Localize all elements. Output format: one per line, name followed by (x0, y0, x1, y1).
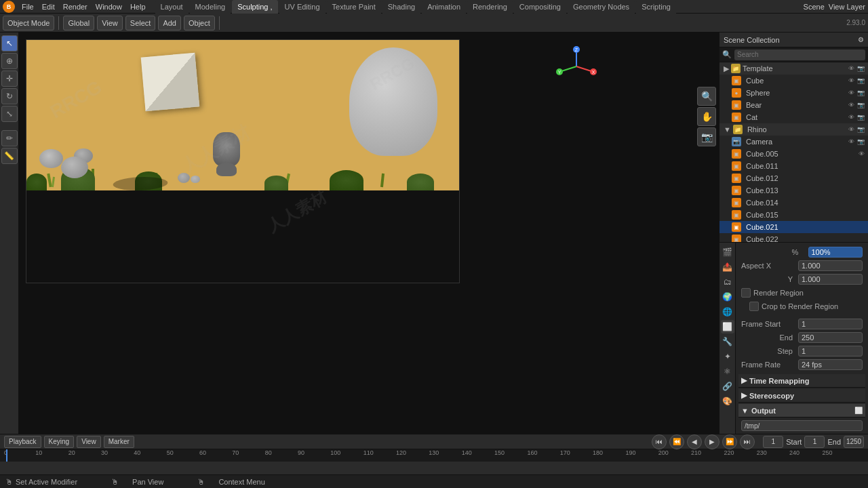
camera-item[interactable]: 📷 Camera 👁 📷 (719, 136, 868, 148)
scene-props-icon[interactable]: 🌍 (721, 290, 734, 304)
next-keyframe-btn[interactable]: ⏩ (722, 434, 737, 449)
tab-scripting[interactable]: Scripting (636, 0, 676, 14)
select-menu-btn[interactable]: Select (125, 16, 156, 30)
prev-keyframe-btn[interactable]: ⏪ (669, 434, 684, 449)
template-collection[interactable]: ▶ 📁 Template 👁 📷 (719, 62, 868, 75)
edit-menu[interactable]: Edit (38, 0, 59, 14)
particles-props-icon[interactable]: ✦ (721, 350, 734, 363)
window-menu[interactable]: Window (92, 0, 126, 14)
cube022-item[interactable]: ▣ Cube.022 (719, 233, 868, 243)
help-menu[interactable]: Help (126, 0, 150, 14)
modifier-props-icon[interactable]: 🔧 (721, 335, 734, 348)
tab-uv-editing[interactable]: UV Editing (279, 0, 326, 14)
global-transform-btn[interactable]: Global (63, 16, 94, 30)
frame-start-value[interactable]: 1 (798, 319, 863, 329)
aspect-x-value[interactable]: 1.000 (798, 260, 863, 271)
rotate-tool[interactable]: ↻ (1, 88, 18, 104)
jump-start-btn[interactable]: ⏮ (652, 434, 667, 449)
bear-item[interactable]: ▣ Bear 👁 📷 (719, 99, 868, 111)
sphere-icon: ● (732, 88, 741, 98)
cat-item[interactable]: ▣ Cat 👁 📷 (719, 111, 868, 123)
marker-menu[interactable]: Marker (104, 436, 134, 448)
tab-layout[interactable]: Layout (155, 0, 189, 14)
rhino-collection[interactable]: ▼ 📁 Rhino 👁 📷 (719, 123, 868, 136)
view-layer-props-icon[interactable]: 🗂 (721, 275, 734, 289)
stereoscopy-section[interactable]: ▶ Stereoscopy (738, 389, 865, 403)
hand-tool-btn[interactable]: ✋ (697, 107, 716, 126)
outliner-filter-icon[interactable]: ⚙ (858, 36, 864, 43)
tab-texture-paint[interactable]: Texture Paint (327, 0, 381, 14)
cube-item[interactable]: ▣ Cube 👁 📷 (719, 75, 868, 87)
big-rock (349, 47, 437, 156)
cube014-item[interactable]: ▣ Cube.014 (719, 197, 868, 209)
cube021-item[interactable]: ▣ Cube.021 (719, 221, 868, 233)
viewport-canvas[interactable]: RRCG 人人素材 RRCG 人人素材 Z (19, 33, 719, 434)
move-tool[interactable]: ✛ (1, 70, 18, 87)
search-tool-btn[interactable]: 🔍 (697, 87, 716, 106)
template-eye[interactable]: 👁 (848, 65, 855, 72)
time-remapping-section[interactable]: ▶ Time Remapping (738, 374, 865, 388)
tab-geometry-nodes[interactable]: Geometry Nodes (568, 0, 635, 14)
timeline-view-menu[interactable]: View (77, 436, 101, 448)
frame-140: 140 (462, 449, 472, 456)
outliner-header: Scene Collection ⚙ (719, 33, 868, 47)
object-props-icon[interactable]: ⬜ (721, 320, 734, 333)
cat-icon: ▣ (732, 113, 741, 122)
jump-end-btn[interactable]: ⏭ (740, 434, 755, 449)
cube005-item[interactable]: ▣ Cube.005 👁 (719, 148, 868, 160)
template-render[interactable]: 📷 (856, 65, 865, 72)
frame-end-value[interactable]: 250 (798, 332, 863, 343)
play-btn[interactable]: ▶ (705, 434, 719, 449)
render-region-checkbox[interactable] (741, 288, 751, 298)
cube012-item[interactable]: ▣ Cube.012 (719, 172, 868, 184)
render-props-icon[interactable]: 🎬 (721, 245, 734, 259)
viewport-gizmo[interactable]: Z X Y (556, 46, 597, 87)
current-frame-input[interactable] (763, 436, 783, 448)
cube011-item[interactable]: ▣ Cube.011 (719, 160, 868, 172)
cursor-tool[interactable]: ⊕ (1, 53, 18, 69)
constraints-props-icon[interactable]: 🔗 (721, 380, 734, 393)
output-section[interactable]: ▼ Output ⬜ (738, 404, 865, 418)
sphere-item[interactable]: ● Sphere 👁 📷 (719, 87, 868, 99)
timeline-ruler[interactable]: 0 10 20 30 40 50 60 70 80 90 100 110 120… (0, 449, 868, 462)
aspect-y-value[interactable]: 1.000 (798, 274, 863, 285)
outliner-search-input[interactable] (734, 49, 865, 60)
frame-rate-label: Frame Rate (741, 361, 795, 369)
playback-menu[interactable]: Playback (4, 436, 41, 448)
annotate-tool[interactable]: ✏ (1, 130, 18, 146)
output-path-value[interactable]: /tmp/ (741, 420, 863, 431)
tab-shading[interactable]: Shading (382, 0, 420, 14)
cube015-item[interactable]: ▣ Cube.015 (719, 209, 868, 221)
output-expand[interactable]: ⬜ (854, 407, 863, 414)
frame-rate-value[interactable]: 24 fps (798, 359, 863, 370)
viewport-tools-right: 🔍 ✋ 📷 (697, 87, 716, 146)
physics-props-icon[interactable]: ⚛ (721, 365, 734, 378)
camera-view-btn[interactable]: 📷 (697, 127, 716, 146)
percent-value[interactable]: 100% (808, 247, 863, 258)
measure-tool[interactable]: 📏 (1, 148, 18, 164)
keying-menu[interactable]: Keying (44, 436, 75, 448)
material-props-icon[interactable]: 🎨 (721, 394, 734, 408)
end-frame-input[interactable] (844, 436, 864, 448)
tab-animation[interactable]: Animation (422, 0, 466, 14)
file-menu[interactable]: File (18, 0, 38, 14)
scale-tool[interactable]: ⤡ (1, 106, 18, 122)
frame-step-value[interactable]: 1 (798, 346, 863, 357)
start-frame-input[interactable] (804, 436, 825, 448)
output-props-icon[interactable]: 📤 (721, 260, 734, 274)
crop-render-checkbox[interactable] (749, 302, 759, 311)
tab-sculpting[interactable]: Sculpting , (232, 0, 277, 14)
view-menu-btn[interactable]: View (97, 16, 123, 30)
tab-rendering[interactable]: Rendering (467, 0, 513, 14)
add-menu-btn[interactable]: Add (158, 16, 181, 30)
tab-modeling[interactable]: Modeling (190, 0, 231, 14)
play-reverse-btn[interactable]: ◀ (687, 434, 702, 449)
object-mode-btn[interactable]: Object Mode (3, 16, 54, 30)
tab-compositing[interactable]: Compositing (514, 0, 566, 14)
object-menu-btn[interactable]: Object (184, 16, 215, 30)
world-props-icon[interactable]: 🌐 (721, 305, 734, 319)
mouse-right: 🖱 (197, 478, 205, 486)
render-menu[interactable]: Render (59, 0, 92, 14)
select-tool[interactable]: ↖ (1, 35, 18, 52)
cube013-item[interactable]: ▣ Cube.013 (719, 184, 868, 197)
